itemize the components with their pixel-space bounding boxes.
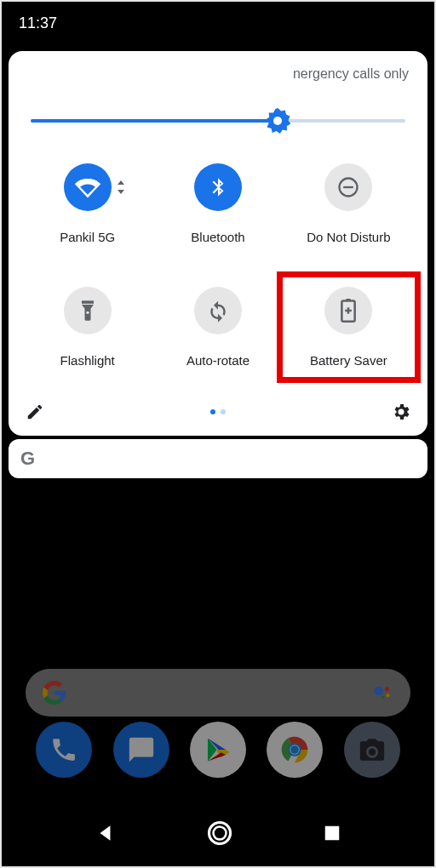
brightness-icon	[265, 108, 290, 134]
tile-label: Do Not Disturb	[307, 230, 390, 244]
slider-thumb[interactable]	[265, 108, 290, 134]
svg-point-7	[385, 687, 389, 691]
messages-icon	[127, 735, 156, 764]
tile-label: Battery Saver	[310, 353, 387, 368]
slider-fill	[31, 119, 278, 123]
quick-settings-panel: nergency calls only	[9, 51, 427, 436]
page-dot-active	[210, 409, 215, 414]
app-play[interactable]	[190, 722, 246, 778]
status-bar: 11:37	[2, 2, 434, 44]
app-chrome[interactable]	[267, 722, 323, 778]
wifi-icon	[75, 174, 100, 200]
home-search-pill[interactable]	[26, 669, 410, 717]
battery-icon	[341, 299, 356, 323]
qs-tiles: Pankil 5G Bluetooth D	[24, 163, 412, 368]
nav-home-button[interactable]	[207, 820, 232, 849]
qs-footer	[24, 398, 412, 425]
page-indicator	[210, 409, 226, 414]
edit-button[interactable]	[24, 401, 46, 423]
svg-point-16	[214, 827, 227, 840]
dock	[2, 722, 434, 778]
recent-icon	[323, 824, 341, 842]
bluetooth-icon	[207, 176, 229, 198]
svg-point-9	[382, 696, 384, 699]
phone-icon	[49, 735, 78, 764]
tile-label: Pankil 5G	[60, 230, 115, 244]
network-status-text: nergency calls only	[24, 66, 412, 85]
camera-icon	[358, 735, 387, 764]
google-logo-icon	[43, 681, 66, 705]
assistant-icon	[371, 682, 393, 704]
chrome-icon	[275, 730, 314, 769]
tile-battery-saver[interactable]: Battery Saver	[285, 287, 412, 368]
dnd-icon	[336, 175, 360, 199]
svg-point-14	[369, 749, 376, 757]
google-search-bar[interactable]: G	[9, 439, 427, 478]
svg-point-6	[374, 686, 383, 695]
back-icon	[95, 822, 117, 844]
brightness-slider[interactable]	[31, 109, 405, 133]
app-camera[interactable]	[344, 722, 400, 778]
google-g-icon: G	[20, 448, 35, 470]
navigation-bar	[2, 803, 434, 866]
play-icon	[203, 734, 233, 765]
svg-point-8	[386, 694, 389, 697]
flashlight-icon	[78, 299, 97, 323]
nav-recent-button[interactable]	[323, 824, 341, 846]
page-dot	[221, 409, 226, 414]
pencil-icon	[26, 403, 44, 421]
app-messages[interactable]	[113, 722, 169, 778]
svg-point-13	[291, 745, 300, 754]
tile-autorotate[interactable]: Auto-rotate	[154, 287, 281, 368]
gear-icon	[391, 402, 411, 422]
tile-bluetooth[interactable]: Bluetooth	[154, 163, 281, 244]
svg-point-3	[86, 311, 89, 314]
tile-flashlight[interactable]: Flashlight	[24, 287, 151, 368]
settings-button[interactable]	[390, 401, 412, 423]
tile-label: Bluetooth	[191, 230, 244, 244]
tile-dnd[interactable]: Do Not Disturb	[285, 163, 412, 244]
autorotate-icon	[205, 298, 231, 323]
app-phone[interactable]	[36, 722, 92, 778]
home-icon	[207, 820, 232, 846]
tile-wifi[interactable]: Pankil 5G	[24, 163, 151, 244]
status-clock: 11:37	[19, 14, 57, 32]
tile-label: Auto-rotate	[186, 353, 250, 368]
svg-rect-17	[325, 826, 340, 841]
svg-rect-2	[82, 300, 94, 304]
tile-label: Flashlight	[60, 353, 115, 368]
expand-icon[interactable]	[117, 180, 127, 194]
nav-back-button[interactable]	[95, 822, 117, 848]
svg-rect-1	[343, 186, 353, 188]
